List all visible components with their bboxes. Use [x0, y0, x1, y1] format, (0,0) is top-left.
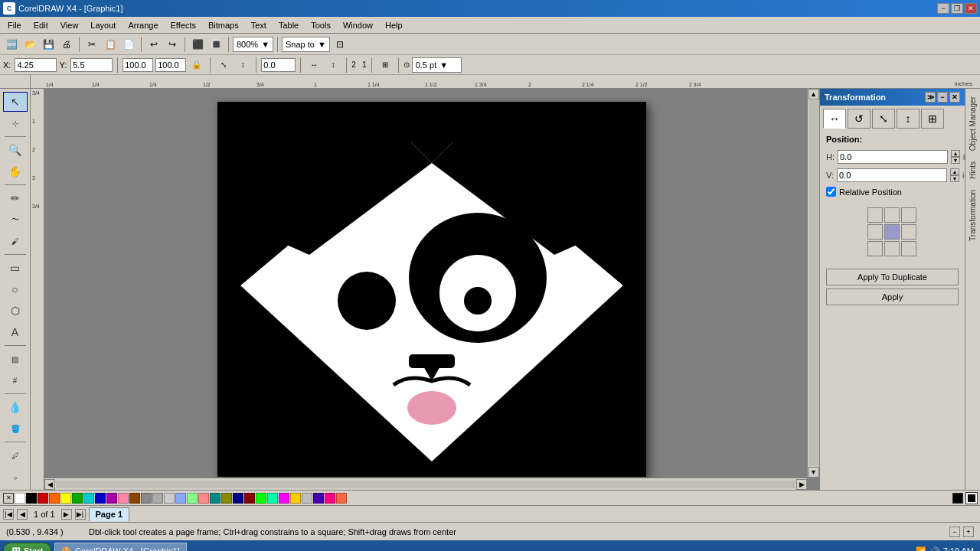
anchor-bl[interactable] — [867, 241, 883, 256]
minimize-button[interactable]: − — [937, 3, 949, 14]
cut-button[interactable]: ✂ — [83, 36, 100, 53]
menu-file[interactable]: File — [2, 19, 28, 31]
polygon-tool[interactable]: ⬡ — [3, 301, 28, 321]
scroll-left-button[interactable]: ◀ — [44, 479, 55, 490]
print-button[interactable]: 🖨 — [58, 36, 75, 53]
panel-minimize-button[interactable]: − — [937, 92, 948, 103]
color-gray3[interactable] — [164, 493, 175, 504]
copy-button[interactable]: 📋 — [102, 36, 119, 53]
flip-v-button[interactable]: ↕ — [325, 57, 341, 73]
outline-tool[interactable]: 🖊 — [3, 445, 28, 465]
lock-ratio-button[interactable]: 🔒 — [188, 57, 205, 73]
horizontal-scrollbar[interactable]: ◀ ▶ — [44, 478, 807, 490]
close-button[interactable]: ✕ — [965, 3, 977, 14]
color-lime[interactable] — [256, 493, 266, 504]
anchor-mc[interactable] — [884, 224, 900, 240]
redo-button[interactable]: ↪ — [164, 36, 181, 53]
apply-button[interactable]: Apply — [826, 289, 959, 305]
transformation-tab[interactable]: Transformation — [967, 185, 978, 246]
h-spin-up[interactable]: ▲ — [951, 150, 960, 157]
menu-window[interactable]: Window — [337, 19, 379, 31]
color-blue[interactable] — [95, 493, 106, 504]
page-tab-1[interactable]: Page 1 — [89, 507, 129, 521]
menu-view[interactable]: View — [54, 19, 85, 31]
taskbar-coreldraw-item[interactable]: 🎨 CorelDRAW X4 - [Graphic1] — [54, 543, 187, 551]
color-gray1[interactable] — [141, 493, 152, 504]
open-button[interactable]: 📂 — [21, 36, 38, 53]
flip-h-button[interactable]: ↔ — [305, 57, 322, 73]
v-spin-down[interactable]: ▼ — [950, 175, 959, 182]
panel-close-button[interactable]: ✕ — [949, 92, 960, 103]
color-white[interactable] — [15, 493, 25, 504]
current-fill-swatch[interactable] — [952, 493, 963, 504]
hints-tab[interactable]: Hints — [967, 157, 978, 184]
start-button[interactable]: ⊞ Start — [3, 543, 51, 551]
mesh-fill-tool[interactable]: # — [3, 370, 28, 390]
transform-tab-scale[interactable]: ⤡ — [872, 109, 895, 129]
menu-table[interactable]: Table — [273, 19, 305, 31]
color-pink[interactable] — [118, 493, 129, 504]
menu-edit[interactable]: Edit — [28, 19, 54, 31]
anchor-mr[interactable] — [901, 224, 916, 240]
anchor-bc[interactable] — [884, 241, 900, 256]
apply-to-duplicate-button[interactable]: Apply To Duplicate — [826, 269, 959, 285]
y-input[interactable] — [70, 58, 113, 72]
restore-button[interactable]: ❐ — [951, 3, 963, 14]
export-button[interactable]: 🔳 — [207, 36, 224, 53]
menu-layout[interactable]: Layout — [84, 19, 122, 31]
color-yellow[interactable] — [60, 493, 71, 504]
undo-button[interactable]: ↩ — [145, 36, 162, 53]
ellipse-tool[interactable]: ○ — [3, 279, 28, 299]
color-light-blue[interactable] — [175, 493, 186, 504]
x-input[interactable] — [15, 58, 57, 72]
color-indigo[interactable] — [313, 493, 324, 504]
bezier-tool[interactable]: 〜 — [3, 210, 28, 230]
menu-text[interactable]: Text — [245, 19, 273, 31]
new-button[interactable]: 🆕 — [3, 36, 20, 53]
anchor-ml[interactable] — [867, 224, 883, 240]
freehand-tool[interactable]: ✏ — [3, 188, 28, 208]
snap-icon[interactable]: ⊡ — [332, 36, 348, 53]
color-orange[interactable] — [49, 493, 60, 504]
color-light-red[interactable] — [198, 493, 209, 504]
color-maroon[interactable] — [244, 493, 255, 504]
color-cyan[interactable] — [83, 493, 94, 504]
page-prev-button[interactable]: ◀ — [17, 509, 28, 520]
color-black[interactable] — [26, 493, 37, 504]
width-input[interactable] — [122, 58, 153, 72]
transform-btn2[interactable]: ↕ — [234, 57, 251, 73]
scroll-up-button[interactable]: ▲ — [808, 89, 819, 99]
anchor-tr[interactable] — [901, 207, 916, 223]
color-fuchsia[interactable] — [279, 493, 289, 504]
color-silver[interactable] — [302, 493, 312, 504]
page-last-button[interactable]: ▶| — [75, 509, 86, 520]
color-gold[interactable] — [290, 493, 301, 504]
rectangle-tool[interactable]: ▭ — [3, 258, 28, 278]
v-spin-up[interactable]: ▲ — [950, 168, 959, 175]
blend-tool[interactable]: ⬦ — [3, 467, 28, 487]
text-tool[interactable]: A — [3, 322, 28, 342]
anchor-tc[interactable] — [884, 207, 900, 223]
angle-input[interactable] — [261, 58, 296, 72]
color-olive[interactable] — [221, 493, 232, 504]
h-spin-down[interactable]: ▼ — [951, 157, 960, 164]
color-aqua[interactable] — [267, 493, 278, 504]
relative-position-checkbox[interactable] — [826, 187, 836, 197]
color-red[interactable] — [38, 493, 48, 504]
transform-tab-mirror[interactable]: ↕ — [897, 109, 920, 129]
scroll-down-button[interactable]: ▼ — [808, 467, 819, 478]
transform-tab-position[interactable]: ↔ — [823, 109, 846, 129]
menu-effects[interactable]: Effects — [165, 19, 202, 31]
stroke-dropdown[interactable]: 0.5 pt ▼ — [412, 57, 462, 73]
zoom-tool[interactable]: 🔍 — [3, 140, 28, 160]
zoom-out-button[interactable]: − — [949, 527, 960, 537]
h-position-input[interactable] — [838, 150, 948, 164]
current-stroke-swatch[interactable] — [966, 493, 977, 504]
height-input[interactable] — [155, 58, 186, 72]
object-manager-tab[interactable]: Object Manager — [967, 92, 978, 155]
color-green[interactable] — [72, 493, 83, 504]
color-purple[interactable] — [106, 493, 117, 504]
page-first-button[interactable]: |◀ — [3, 509, 14, 520]
artistic-media-tool[interactable]: 🖌 — [3, 231, 28, 251]
panel-expand-button[interactable]: ≫ — [925, 92, 936, 103]
